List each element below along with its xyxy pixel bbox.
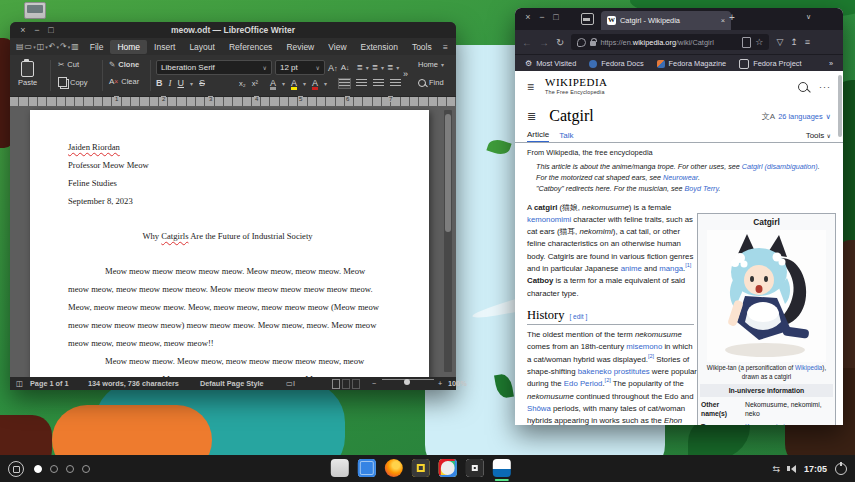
document-area[interactable]: Jaiden Riordan Professor Meow Meow Felin…	[10, 106, 456, 377]
files-app-icon[interactable]	[330, 459, 348, 477]
redo-icon[interactable]: ↷	[60, 42, 67, 51]
reload-icon[interactable]: ↻	[556, 37, 564, 48]
shrink-font-icon[interactable]: A↓	[341, 63, 350, 72]
firefox-view-icon[interactable]	[581, 13, 594, 25]
menu-tab-tools[interactable]: Tools	[405, 40, 439, 54]
copy-button[interactable]: Copy	[58, 77, 88, 87]
url-bar[interactable]: https://en.wikipedia.org/wiki/Catgirl ☆	[571, 34, 769, 50]
desktop-computer-icon[interactable]	[24, 2, 46, 19]
align-right-icon[interactable]	[373, 79, 384, 88]
menu-tab-references[interactable]: References	[222, 40, 279, 54]
dropdown-icon[interactable]: ▾	[324, 80, 327, 87]
languages-button[interactable]: 文A 26 languages ∨	[762, 111, 831, 122]
new-tab-icon[interactable]: +	[729, 12, 735, 23]
minimize-icon[interactable]: −	[535, 12, 549, 22]
workspace-dot[interactable]	[34, 465, 42, 473]
list-tabs-icon[interactable]: ∨	[806, 13, 811, 21]
more-options-icon[interactable]: ···	[819, 82, 831, 92]
workspace-dot[interactable]	[66, 465, 74, 473]
zoom-percent[interactable]: 100%	[448, 379, 467, 388]
tools-menu[interactable]: Tools ∨	[806, 131, 831, 142]
undo-icon[interactable]: ↶	[49, 42, 56, 51]
share-icon[interactable]: ↥	[790, 37, 798, 47]
page-scrollbar[interactable]	[838, 75, 842, 137]
close-icon[interactable]: ×	[521, 12, 535, 22]
writer-app-icon[interactable]	[492, 459, 510, 477]
tab-talk[interactable]: Talk	[559, 131, 573, 142]
edit-link[interactable]: [ edit ]	[570, 311, 588, 323]
view-layout-icons[interactable]	[332, 379, 362, 389]
media-app-icon[interactable]	[465, 459, 483, 477]
system-tray[interactable]: ⇆ 17:05	[772, 455, 847, 482]
workspace-dot[interactable]	[82, 465, 90, 473]
home-style-dropdown[interactable]: Home▾	[418, 60, 444, 69]
word-count[interactable]: 134 words, 736 characters	[88, 379, 179, 388]
open-icon[interactable]: ▭	[25, 42, 33, 51]
zoom-out-icon[interactable]: −	[372, 379, 376, 388]
scrollbar-thumb[interactable]	[445, 114, 451, 232]
lock-icon[interactable]	[590, 41, 596, 46]
strikethrough-button[interactable]: S	[199, 78, 205, 88]
document-page[interactable]: Jaiden Riordan Professor Meow Meow Felin…	[30, 110, 429, 377]
software-app-icon[interactable]	[438, 459, 456, 477]
maximize-icon[interactable]: □	[549, 12, 563, 22]
bookmark-most-visited[interactable]: ⚙ Most Visited	[525, 59, 576, 68]
font-name-select[interactable]: Liberation Serif∨	[156, 60, 272, 75]
reader-mode-icon[interactable]	[742, 37, 751, 48]
font-size-select[interactable]: 12 pt∨	[275, 60, 325, 75]
highlight-color-icon[interactable]: A	[291, 79, 297, 88]
tab-article[interactable]: Article	[527, 130, 549, 142]
maximize-icon[interactable]: □	[44, 25, 58, 35]
bookmark-fedora-magazine[interactable]: Fedora Magazine	[657, 59, 727, 68]
bookmark-fedora-project[interactable]: Fedora Project	[739, 59, 801, 69]
camera-app-icon[interactable]	[411, 459, 429, 477]
dropdown-icon[interactable]: ▾	[56, 44, 59, 50]
toolbar-overflow-icon[interactable]: »	[403, 69, 408, 79]
clear-formatting-button[interactable]: A×Clear	[109, 77, 139, 86]
show-apps-icon[interactable]	[8, 461, 24, 477]
firefox-app-icon[interactable]	[384, 459, 402, 477]
dropdown-icon[interactable]: ▾	[381, 64, 384, 71]
dropdown-icon[interactable]: ▾	[45, 44, 48, 50]
bookmarks-overflow-icon[interactable]: »	[829, 59, 833, 68]
wikipedia-logo[interactable]: WIKIPEDIA The Free Encyclopedia	[545, 77, 608, 97]
page-count[interactable]: Page 1 of 1	[30, 379, 69, 388]
menu-tab-insert[interactable]: Insert	[147, 40, 182, 54]
kemonomimi-link[interactable]: Kemonomimi	[745, 422, 785, 425]
writer-scrollbar[interactable]	[444, 110, 452, 372]
forward-icon[interactable]: →	[539, 37, 549, 48]
close-icon[interactable]: ×	[16, 25, 30, 35]
superscript-button[interactable]: x²	[252, 79, 258, 88]
boxes-app-icon[interactable]	[357, 459, 375, 477]
app-menu-icon[interactable]: ≡	[805, 37, 810, 47]
paste-label[interactable]: Paste	[18, 78, 37, 87]
search-icon[interactable]	[798, 82, 808, 92]
main-menu-icon[interactable]: ≡	[527, 80, 534, 94]
back-icon[interactable]: ←	[522, 37, 532, 48]
dropdown-icon[interactable]: ▾	[282, 80, 285, 87]
paste-icon[interactable]	[21, 61, 34, 77]
minimize-icon[interactable]: −	[30, 25, 44, 35]
menu-tab-review[interactable]: Review	[279, 40, 321, 54]
zoom-slider-handle[interactable]	[404, 379, 410, 385]
find-button[interactable]: Find	[418, 78, 444, 87]
page-style[interactable]: Default Page Style	[200, 379, 264, 388]
character-highlight-icon[interactable]: A	[270, 79, 276, 88]
browser-tab[interactable]: W Catgirl - Wikipedia ×	[601, 11, 731, 30]
outline-list-icon[interactable]: ≣	[387, 63, 393, 72]
subscript-button[interactable]: x₂	[239, 79, 246, 88]
bold-button[interactable]: B	[156, 78, 163, 88]
dropdown-icon[interactable]: ▾	[33, 44, 36, 50]
align-center-icon[interactable]	[356, 79, 367, 88]
workspace-switcher[interactable]	[34, 465, 90, 473]
menu-tab-extension[interactable]: Extension	[354, 40, 405, 54]
underline-button[interactable]: U	[178, 78, 185, 88]
bookmark-star-icon[interactable]: ☆	[755, 37, 763, 47]
hamburger-icon[interactable]: ≡	[443, 42, 448, 52]
dropdown-icon[interactable]: ▾	[303, 80, 306, 87]
print-icon[interactable]: ▥	[71, 42, 79, 51]
numbered-list-icon[interactable]: ≣	[372, 63, 378, 72]
dropdown-icon[interactable]: ▾	[366, 64, 369, 71]
cut-button[interactable]: ✂Cut	[58, 60, 79, 69]
menu-tab-file[interactable]: File	[83, 40, 111, 54]
